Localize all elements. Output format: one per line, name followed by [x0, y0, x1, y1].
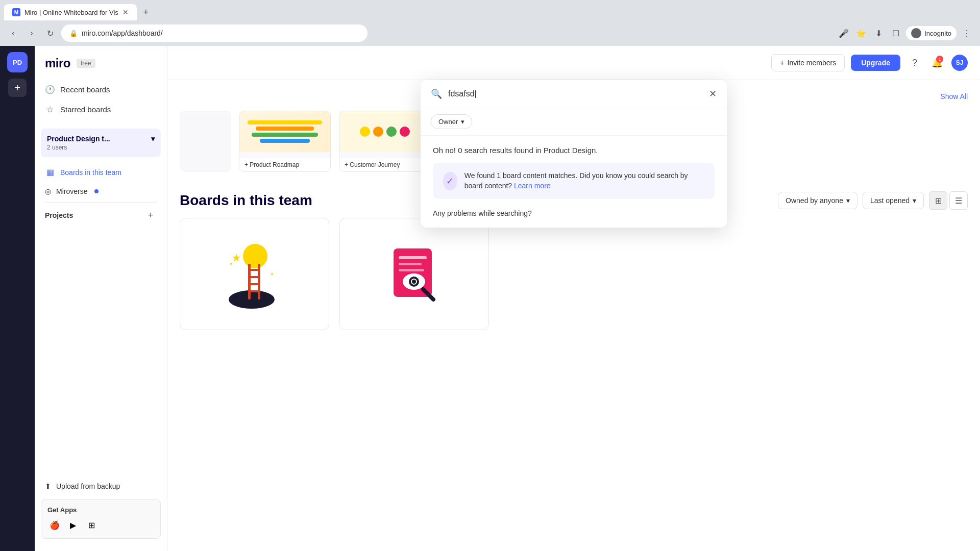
android-app-button[interactable]: ▶: [66, 518, 80, 532]
board-card-2-illustration: [383, 218, 445, 330]
boards-grid: [180, 218, 968, 330]
search-clear-button[interactable]: ✕: [709, 88, 717, 99]
search-icon: 🔍: [431, 88, 442, 99]
profile-icon: [911, 28, 921, 38]
refresh-button[interactable]: ↻: [43, 26, 57, 40]
help-icon[interactable]: ?: [906, 55, 923, 71]
svg-rect-14: [399, 269, 424, 271]
free-badge: free: [77, 59, 95, 68]
sidebar-item-starred-label: Starred boards: [60, 105, 111, 114]
sidebar-bottom: ⬆ Upload from backup Get Apps 🍎 ▶ ⊞: [35, 477, 167, 551]
date-dropdown-chevron: ▾: [913, 196, 916, 205]
boards-title: Boards in this team: [180, 192, 312, 209]
owner-filter-button[interactable]: Owner ▾: [431, 114, 472, 129]
notification-badge: 1: [936, 56, 943, 63]
boards-filters: Owned by anyone ▾ Last opened ▾ ⊞: [778, 191, 968, 210]
boards-in-team-label: Boards in this team: [60, 168, 121, 177]
svg-rect-8: [248, 276, 260, 278]
upload-from-backup-item[interactable]: ⬆ Upload from backup: [35, 477, 167, 495]
view-toggle: ⊞ ☰: [929, 191, 968, 210]
svg-rect-10: [248, 290, 260, 292]
team-section[interactable]: Product Design t... ▾ 2 users: [41, 129, 161, 157]
upgrade-button[interactable]: Upgrade: [851, 55, 900, 71]
browser-chrome: M Miro | Online Whiteboard for Vis ✕ + ‹…: [0, 0, 980, 46]
notifications-icon[interactable]: 🔔 1: [929, 55, 945, 71]
left-rail: PD +: [0, 46, 35, 551]
bookmark-icon[interactable]: ⭐: [854, 26, 868, 40]
tab-close-button[interactable]: ✕: [122, 8, 129, 16]
main-header: + Invite members Upgrade ? 🔔 1 SJ: [167, 46, 980, 80]
owner-dropdown-label: Owned by anyone: [786, 196, 843, 205]
sidebar: miro free 🕐 Recent boards ☆ Starred boar…: [35, 46, 167, 551]
ladder-illustration: [224, 238, 285, 310]
add-project-button[interactable]: +: [144, 209, 157, 221]
template-card-product-roadmap[interactable]: + Product Roadmap: [239, 111, 331, 172]
board-card-1-illustration: [224, 218, 285, 330]
browser-active-tab[interactable]: M Miro | Online Whiteboard for Vis ✕: [4, 4, 137, 20]
customer-journey-label: + Customer Journey: [339, 158, 430, 171]
content-match-text: We found 1 board content matches. Did yo…: [464, 171, 704, 191]
product-roadmap-label: + Product Roadmap: [239, 158, 330, 171]
workspace-avatar[interactable]: PD: [7, 52, 28, 72]
template-card-truncated[interactable]: [180, 111, 231, 172]
sidebar-item-starred[interactable]: ☆ Starred boards: [35, 99, 167, 119]
learn-more-link[interactable]: Learn more: [514, 182, 551, 190]
address-bar[interactable]: 🔒 miro.com/app/dashboard/: [61, 24, 368, 42]
sidebar-item-boards-in-team[interactable]: ▦ Boards in this team: [35, 162, 167, 182]
menu-icon[interactable]: ⋮: [960, 26, 974, 40]
apple-app-button[interactable]: 🍎: [47, 518, 62, 532]
main-content: + Invite members Upgrade ? 🔔 1 SJ 🔍 ✕: [167, 46, 980, 551]
invite-plus-icon: +: [780, 59, 784, 67]
address-lock-icon: 🔒: [69, 30, 78, 37]
projects-label: Projects: [45, 211, 73, 219]
svg-point-4: [243, 244, 267, 268]
browser-tab-bar: M Miro | Online Whiteboard for Vis ✕ +: [0, 0, 980, 20]
team-name: Product Design t... ▾: [47, 135, 155, 143]
back-button[interactable]: ‹: [6, 26, 20, 40]
svg-rect-9: [248, 283, 260, 285]
download-icon[interactable]: ⬇: [871, 26, 886, 40]
tab-title: Miro | Online Whiteboard for Vis: [24, 9, 118, 16]
search-input[interactable]: [448, 89, 703, 98]
sidebar-item-miroverse[interactable]: ◎ Miroverse: [35, 182, 167, 201]
upload-label: Upload from backup: [56, 482, 120, 490]
add-workspace-button[interactable]: +: [8, 79, 27, 97]
grid-view-icon: ⊞: [935, 196, 942, 206]
board-card-1[interactable]: [180, 218, 329, 330]
owner-dropdown[interactable]: Owned by anyone ▾: [778, 192, 857, 209]
profile-pill[interactable]: Incognito: [906, 26, 957, 40]
board-card-2[interactable]: [339, 218, 489, 330]
svg-rect-12: [399, 256, 427, 259]
mic-icon[interactable]: 🎤: [837, 26, 851, 40]
user-avatar[interactable]: SJ: [951, 55, 968, 71]
date-dropdown[interactable]: Last opened ▾: [863, 192, 924, 209]
grid-view-button[interactable]: ⊞: [929, 191, 947, 210]
content-match-description: We found 1 board content matches. Did yo…: [464, 171, 688, 190]
svg-marker-3: [232, 254, 240, 262]
list-view-button[interactable]: ☰: [949, 191, 968, 210]
boards-icon: ▦: [45, 167, 55, 177]
tablet-icon[interactable]: ☐: [889, 26, 903, 40]
owner-dropdown-chevron: ▾: [846, 196, 850, 205]
new-tab-button[interactable]: +: [139, 5, 153, 19]
browser-nav-actions: 🎤 ⭐ ⬇ ☐ Incognito ⋮: [837, 26, 974, 40]
sidebar-item-recent[interactable]: 🕐 Recent boards: [35, 80, 167, 99]
template-card-customer-journey[interactable]: + Customer Journey: [339, 111, 431, 172]
workspace-initials: PD: [13, 59, 22, 66]
owner-filter-chevron: ▾: [461, 118, 464, 126]
windows-app-button[interactable]: ⊞: [84, 518, 99, 532]
forward-button[interactable]: ›: [24, 26, 39, 40]
show-all-link[interactable]: Show All: [940, 90, 968, 103]
list-view-icon: ☰: [955, 196, 962, 206]
svg-rect-13: [399, 263, 422, 265]
miroverse-notification-dot: [94, 189, 99, 193]
invite-members-button[interactable]: + Invite members: [771, 54, 845, 71]
miro-logo: miro: [45, 56, 70, 70]
svg-point-0: [229, 290, 275, 309]
star-icon: ☆: [45, 105, 55, 114]
problems-link[interactable]: Any problems while searching?: [433, 209, 715, 217]
search-filters: Owner ▾: [421, 108, 727, 136]
sidebar-header: miro free: [35, 46, 167, 76]
address-text: miro.com/app/dashboard/: [82, 29, 163, 37]
svg-point-2: [271, 273, 273, 275]
